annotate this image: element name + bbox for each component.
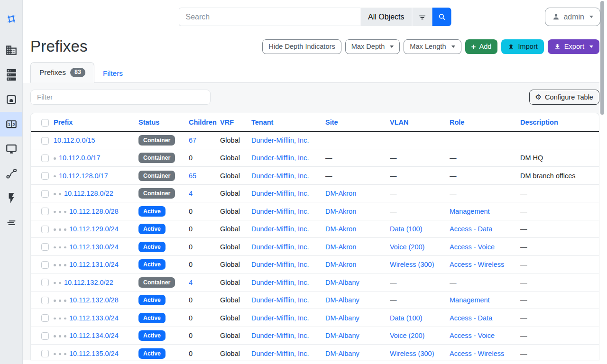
add-button[interactable]: + Add [465,39,498,54]
row-checkbox[interactable] [41,297,49,304]
prefix-link[interactable]: 10.112.133.0/24 [69,314,119,322]
children-count-link[interactable]: 67 [189,136,196,144]
row-checkbox[interactable] [41,226,49,233]
search-scope-button[interactable]: All Objects [360,8,412,26]
prefix-link[interactable]: 10.112.0.0/15 [54,136,95,144]
sidebar-item-power[interactable] [0,186,22,210]
prefix-link[interactable]: 10.112.134.0/24 [69,332,119,339]
site-link[interactable]: DM-Albany [325,314,359,322]
vlan-link[interactable]: Voice (200) [390,243,424,251]
tenant-link[interactable]: Dunder-Mifflin, Inc. [251,296,309,304]
column-header-vrf[interactable]: VRF [220,113,251,131]
sidebar-item-organization[interactable] [0,38,22,63]
site-link[interactable]: DM-Albany [325,296,359,304]
prefix-link[interactable]: 10.112.128.0/28 [69,208,119,215]
vlan-link[interactable]: Wireless (300) [390,261,434,268]
prefix-link[interactable]: 10.112.131.0/24 [69,261,119,268]
tenant-link[interactable]: Dunder-Mifflin, Inc. [251,136,309,144]
table-filter-input[interactable] [30,90,211,105]
tenant-link[interactable]: Dunder-Mifflin, Inc. [251,225,309,233]
role-link[interactable]: Access - Voice [450,243,495,251]
sidebar-item-other[interactable] [0,210,22,235]
tenant-link[interactable]: Dunder-Mifflin, Inc. [251,154,309,162]
children-count-link[interactable]: 4 [189,190,193,197]
row-checkbox[interactable] [41,332,49,340]
vlan-link[interactable]: Data (100) [390,225,423,233]
tenant-link[interactable]: Dunder-Mifflin, Inc. [251,314,309,322]
site-link[interactable]: DM-Akron [325,243,356,251]
row-checkbox[interactable] [41,261,49,269]
tenant-link[interactable]: Dunder-Mifflin, Inc. [251,243,309,251]
netbox-logo[interactable] [0,0,22,38]
import-button[interactable]: Import [501,39,543,54]
hide-depth-indicators-button[interactable]: Hide Depth Indicators [262,39,341,54]
role-link[interactable]: Access - Voice [450,332,495,339]
column-header-role[interactable]: Role [450,113,520,131]
sidebar-item-circuits[interactable] [0,161,22,186]
row-checkbox[interactable] [41,350,49,357]
role-link[interactable]: Access - Wireless [450,261,504,268]
row-checkbox[interactable] [41,243,49,251]
user-menu-button[interactable]: admin [545,8,600,26]
export-button[interactable]: Export [548,39,599,54]
tenant-link[interactable]: Dunder-Mifflin, Inc. [251,350,309,357]
column-header-description[interactable]: Description [520,113,599,131]
prefix-link[interactable]: 10.112.135.0/24 [69,350,119,357]
prefix-link[interactable]: 10.112.128.0/22 [64,190,113,197]
vlan-link[interactable]: Voice (200) [390,332,424,339]
prefix-link[interactable]: 10.112.129.0/24 [69,225,119,233]
site-link[interactable]: DM-Akron [325,261,356,268]
tenant-link[interactable]: Dunder-Mifflin, Inc. [251,190,309,197]
column-header-tenant[interactable]: Tenant [251,113,325,131]
tenant-link[interactable]: Dunder-Mifflin, Inc. [251,208,309,215]
prefix-link[interactable]: 10.112.130.0/24 [69,243,119,251]
scrollbar-thumb[interactable] [600,1,604,115]
prefix-link[interactable]: 10.112.132.0/28 [69,296,119,304]
search-input[interactable] [179,8,361,26]
site-link[interactable]: DM-Albany [325,279,359,286]
site-link[interactable]: DM-Akron [325,225,356,233]
tab-prefixes[interactable]: Prefixes 83 [30,62,94,83]
row-checkbox[interactable] [41,314,49,322]
row-checkbox[interactable] [41,155,49,162]
role-link[interactable]: Access - Wireless [450,350,504,357]
site-link[interactable]: DM-Akron [325,208,356,215]
role-link[interactable]: Management [450,296,490,304]
row-checkbox[interactable] [41,208,49,215]
vlan-link[interactable]: Wireless (300) [390,350,434,357]
vlan-link[interactable]: Data (100) [390,314,423,322]
max-length-dropdown[interactable]: Max Length [404,39,461,54]
sidebar-item-connections[interactable] [0,87,22,112]
row-checkbox[interactable] [41,172,49,180]
tenant-link[interactable]: Dunder-Mifflin, Inc. [251,261,309,268]
tab-filters[interactable]: Filters [94,64,131,83]
site-link[interactable]: DM-Albany [325,350,359,357]
tenant-link[interactable]: Dunder-Mifflin, Inc. [251,172,309,180]
max-depth-dropdown[interactable]: Max Depth [345,39,400,54]
role-link[interactable]: Access - Data [450,314,492,322]
row-checkbox[interactable] [41,137,49,145]
search-filter-button[interactable] [412,8,432,26]
children-count-link[interactable]: 4 [189,279,193,286]
row-checkbox[interactable] [41,279,49,286]
sidebar-item-ipam[interactable]: 1 2 [0,112,22,136]
select-all-checkbox[interactable] [41,119,49,127]
column-header-children[interactable]: Children [189,113,220,131]
prefix-link[interactable]: 10.112.0.0/17 [59,154,101,162]
sidebar-item-devices[interactable] [0,63,22,87]
row-checkbox[interactable] [41,190,49,198]
site-link[interactable]: DM-Akron [325,190,356,197]
prefix-link[interactable]: 10.112.132.0/22 [64,279,113,286]
children-count-link[interactable]: 65 [189,172,196,180]
configure-table-button[interactable]: ⚙ Configure Table [529,90,599,105]
column-header-vlan[interactable]: VLAN [390,113,450,131]
column-header-prefix[interactable]: Prefix [54,113,138,131]
sidebar-item-virtualization[interactable] [0,136,22,161]
tenant-link[interactable]: Dunder-Mifflin, Inc. [251,279,309,286]
column-header-status[interactable]: Status [138,113,189,131]
prefix-link[interactable]: 10.112.128.0/17 [59,172,108,180]
column-header-site[interactable]: Site [325,113,390,131]
role-link[interactable]: Access - Data [450,225,492,233]
search-submit-button[interactable] [432,8,451,26]
role-link[interactable]: Management [450,208,490,215]
